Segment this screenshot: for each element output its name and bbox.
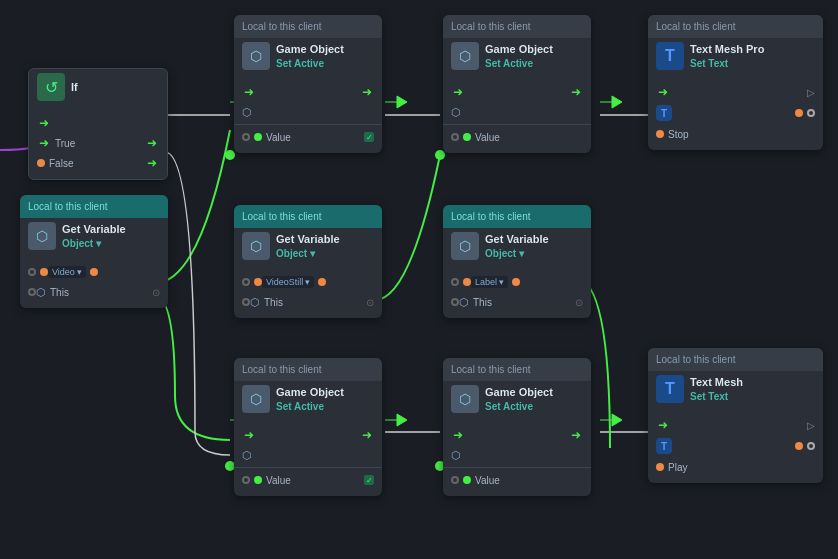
game-obj-4-node: Local to this client ⬡ Game Object Set A…	[443, 358, 591, 496]
node-canvas: ↺ If ➜ ➜ True ➜ False ➜ Local to this cl…	[0, 0, 838, 559]
game-obj-2-value: Value	[471, 132, 583, 143]
false-dot	[37, 159, 45, 167]
get-var-1-local: Local to this client	[20, 195, 168, 218]
get-var-2-sub: Object ▾	[276, 247, 340, 260]
text-mesh-1-title: Text Mesh Pro	[690, 42, 764, 56]
get-var-1-sub: Object ▾	[62, 237, 126, 250]
game-obj-4-title: Game Object	[485, 385, 553, 399]
get-var-1-node: Local to this client ⬡ Get Variable Obje…	[20, 195, 168, 308]
true-label: True	[51, 138, 145, 149]
game-obj-2-local: Local to this client	[443, 15, 591, 38]
port-orange-out	[90, 268, 98, 276]
get-var-2-node: Local to this client ⬡ Get Variable Obje…	[234, 205, 382, 318]
true-out-arrow: ➜	[39, 136, 49, 150]
text-mesh-1-sub: Set Text	[690, 57, 764, 70]
if-in-arrow: ➜	[39, 116, 49, 130]
get-var-2-local: Local to this client	[234, 205, 382, 228]
get-var-1-title: Get Variable	[62, 222, 126, 236]
false-label: False	[45, 158, 145, 169]
game-obj-1-value: Value	[262, 132, 364, 143]
this-label-1: This	[46, 287, 152, 298]
port-orange-1	[40, 268, 48, 276]
get-var-3-local: Local to this client	[443, 205, 591, 228]
text-mesh-2-local: Local to this client	[648, 348, 823, 371]
if-label: If	[71, 80, 78, 94]
label-dropdown[interactable]: Label ▾	[471, 276, 508, 288]
game-obj-3-value: Value	[262, 475, 364, 486]
game-obj-2-sub: Set Active	[485, 57, 553, 70]
cube-icon-1: ⬡	[36, 286, 46, 299]
text-mesh-2-sub: Set Text	[690, 390, 743, 403]
game-obj-1-title: Game Object	[276, 42, 344, 56]
game-obj-2-icon: ⬡	[451, 42, 479, 70]
game-obj-2-node: Local to this client ⬡ Game Object Set A…	[443, 15, 591, 153]
get-var-3-title: Get Variable	[485, 232, 549, 246]
get-var-2-this: This	[260, 297, 366, 308]
get-var-2-icon: ⬡	[242, 232, 270, 260]
game-obj-1-sub: Set Active	[276, 57, 344, 70]
game-obj-3-sub: Set Active	[276, 400, 344, 413]
game-obj-3-node: Local to this client ⬡ Game Object Set A…	[234, 358, 382, 496]
text-mesh-1-local: Local to this client	[648, 15, 823, 38]
port-hollow-1	[28, 268, 36, 276]
text-mesh-2-icon: T	[656, 375, 684, 403]
get-var-3-this: This	[469, 297, 575, 308]
port-hollow-2	[28, 288, 36, 296]
game-obj-2-title: Game Object	[485, 42, 553, 56]
get-var-3-icon: ⬡	[451, 232, 479, 260]
play-label: Play	[664, 462, 815, 473]
get-var-1-icon: ⬡	[28, 222, 56, 250]
game-obj-1-node: Local to this client ⬡ Game Object Set A…	[234, 15, 382, 153]
game-obj-4-local: Local to this client	[443, 358, 591, 381]
stop-label: Stop	[664, 129, 815, 140]
game-obj-4-value: Value	[471, 475, 583, 486]
game-obj-3-title: Game Object	[276, 385, 344, 399]
text-mesh-1-node: Local to this client T Text Mesh Pro Set…	[648, 15, 823, 150]
text-mesh-2-node: Local to this client T Text Mesh Set Tex…	[648, 348, 823, 483]
game-obj-4-icon: ⬡	[451, 385, 479, 413]
if-icon: ↺	[37, 73, 65, 101]
get-var-2-title: Get Variable	[276, 232, 340, 246]
game-obj-3-local: Local to this client	[234, 358, 382, 381]
text-mesh-2-title: Text Mesh	[690, 375, 743, 389]
game-obj-4-sub: Set Active	[485, 400, 553, 413]
get-var-3-node: Local to this client ⬡ Get Variable Obje…	[443, 205, 591, 318]
game-obj-1-local: Local to this client	[234, 15, 382, 38]
get-var-3-sub: Object ▾	[485, 247, 549, 260]
text-mesh-1-icon: T	[656, 42, 684, 70]
videostill-dropdown[interactable]: VideoStill ▾	[262, 276, 314, 288]
video-dropdown[interactable]: Video ▾	[48, 266, 86, 278]
game-obj-3-icon: ⬡	[242, 385, 270, 413]
game-obj-1-icon: ⬡	[242, 42, 270, 70]
if-node: ↺ If ➜ ➜ True ➜ False ➜	[28, 68, 168, 180]
